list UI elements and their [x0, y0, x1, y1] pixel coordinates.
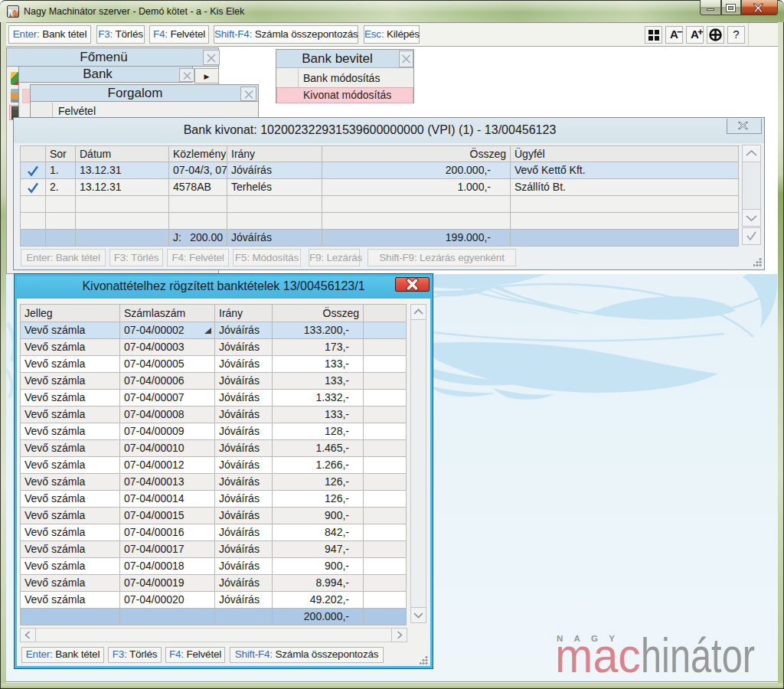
- svg-text:mac: mac: [555, 629, 641, 682]
- svg-text:hinátor: hinátor: [641, 629, 755, 682]
